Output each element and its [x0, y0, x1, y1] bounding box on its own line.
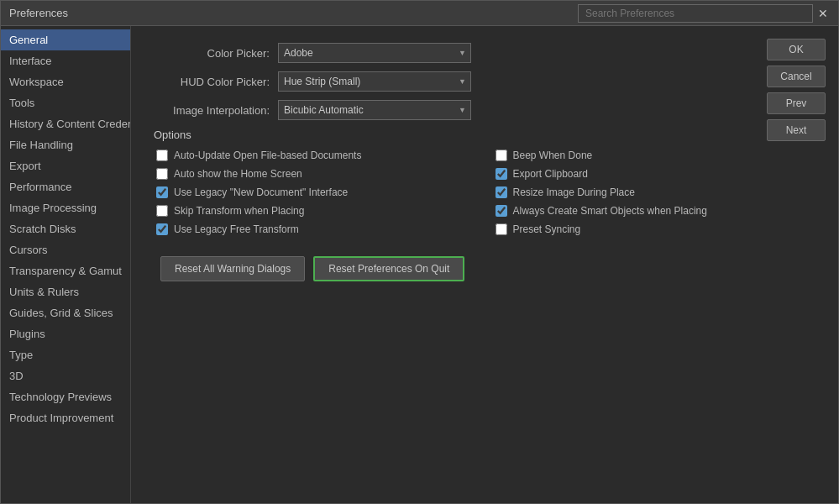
- checkboxes-grid: Auto-Update Open File-based Documents Be…: [152, 150, 817, 235]
- cb-legacy-transform-label: Use Legacy Free Transform: [174, 223, 299, 235]
- search-input[interactable]: [578, 4, 813, 23]
- options-label: Options: [152, 129, 817, 141]
- dialog-body: GeneralInterfaceWorkspaceToolsHistory & …: [1, 26, 838, 503]
- sidebar: GeneralInterfaceWorkspaceToolsHistory & …: [1, 26, 131, 503]
- cb-auto-update[interactable]: [156, 150, 168, 161]
- cb-smart-objects-label: Always Create Smart Objects when Placing: [513, 205, 707, 217]
- reset-prefs-button[interactable]: Reset Preferences On Quit: [313, 256, 464, 281]
- cb-resize-image[interactable]: [496, 186, 507, 198]
- checkbox-row-2: Beep When Done: [496, 150, 818, 161]
- checkbox-row-10: Preset Syncing: [496, 223, 818, 235]
- sidebar-item-general[interactable]: General: [1, 29, 130, 50]
- checkbox-row-4: Export Clipboard: [496, 168, 818, 180]
- cb-home-screen[interactable]: [156, 168, 168, 180]
- reset-warning-button[interactable]: Reset All Warning Dialogs: [160, 256, 305, 281]
- checkbox-row-7: Skip Transform when Placing: [156, 205, 479, 217]
- cb-resize-image-label: Resize Image During Place: [513, 186, 635, 198]
- next-button[interactable]: Next: [767, 119, 826, 141]
- sidebar-item-export[interactable]: Export: [1, 155, 130, 176]
- image-interpolation-select[interactable]: Bicubic Automatic Preserve Details Bicub…: [278, 100, 471, 120]
- hud-color-picker-select-wrapper: Hue Strip (Small) Hue Strip (Medium) Hue…: [278, 71, 471, 92]
- right-buttons: OK Cancel Prev Next: [767, 39, 826, 141]
- search-bar: [578, 1, 813, 26]
- cancel-button[interactable]: Cancel: [767, 66, 826, 87]
- main-content: OK Cancel Prev Next Color Picker: Adobe …: [131, 26, 838, 503]
- sidebar-item-units--rulers[interactable]: Units & Rulers: [1, 281, 130, 302]
- ok-button[interactable]: OK: [767, 39, 826, 60]
- sidebar-item-technology-previews[interactable]: Technology Previews: [1, 386, 130, 407]
- sidebar-item-workspace[interactable]: Workspace: [1, 71, 130, 92]
- cb-export-clipboard[interactable]: [496, 168, 507, 180]
- color-picker-label: Color Picker:: [152, 47, 278, 60]
- cb-beep-label: Beep When Done: [513, 150, 593, 161]
- color-picker-row: Color Picker: Adobe Windows: [152, 43, 817, 63]
- image-interpolation-row: Image Interpolation: Bicubic Automatic P…: [152, 100, 817, 120]
- checkbox-row-1: Auto-Update Open File-based Documents: [156, 150, 479, 161]
- color-picker-select[interactable]: Adobe Windows: [278, 43, 471, 63]
- hud-color-picker-label: HUD Color Picker:: [152, 76, 278, 88]
- cb-preset-syncing-label: Preset Syncing: [513, 223, 581, 235]
- hud-color-picker-select[interactable]: Hue Strip (Small) Hue Strip (Medium) Hue…: [278, 71, 471, 92]
- checkbox-row-9: Use Legacy Free Transform: [156, 223, 479, 235]
- checkbox-row-3: Auto show the Home Screen: [156, 168, 479, 180]
- image-interpolation-label: Image Interpolation:: [152, 104, 278, 117]
- close-button[interactable]: ✕: [816, 7, 830, 20]
- sidebar-item-tools[interactable]: Tools: [1, 92, 130, 113]
- prev-button[interactable]: Prev: [767, 92, 826, 114]
- sidebar-item-scratch-disks[interactable]: Scratch Disks: [1, 218, 130, 239]
- hud-color-picker-row: HUD Color Picker: Hue Strip (Small) Hue …: [152, 71, 817, 92]
- cb-auto-update-label: Auto-Update Open File-based Documents: [174, 150, 361, 161]
- sidebar-item-performance[interactable]: Performance: [1, 176, 130, 197]
- sidebar-item-image-processing[interactable]: Image Processing: [1, 197, 130, 218]
- sidebar-item-transparency--gamut[interactable]: Transparency & Gamut: [1, 260, 130, 281]
- cb-export-clipboard-label: Export Clipboard: [513, 168, 588, 180]
- cb-skip-transform-label: Skip Transform when Placing: [174, 205, 304, 217]
- cb-preset-syncing[interactable]: [496, 223, 507, 235]
- sidebar-item-guides-grid--slices[interactable]: Guides, Grid & Slices: [1, 302, 130, 323]
- image-interpolation-select-wrapper: Bicubic Automatic Preserve Details Bicub…: [278, 100, 471, 120]
- sidebar-item-history--content-credentials[interactable]: History & Content Credentials: [1, 113, 130, 134]
- cb-legacy-new-doc-label: Use Legacy "New Document" Interface: [174, 186, 348, 198]
- cb-home-screen-label: Auto show the Home Screen: [174, 168, 302, 180]
- cb-legacy-new-doc[interactable]: [156, 186, 168, 198]
- checkbox-row-6: Resize Image During Place: [496, 186, 818, 198]
- cb-smart-objects[interactable]: [496, 205, 507, 217]
- checkbox-row-8: Always Create Smart Objects when Placing: [496, 205, 818, 217]
- sidebar-item-type[interactable]: Type: [1, 344, 130, 365]
- sidebar-item-3d[interactable]: 3D: [1, 365, 130, 386]
- preferences-dialog: Preferences ✕ GeneralInterfaceWorkspaceT…: [0, 0, 839, 504]
- sidebar-item-plugins[interactable]: Plugins: [1, 323, 130, 344]
- sidebar-item-cursors[interactable]: Cursors: [1, 239, 130, 260]
- options-section: Options Auto-Update Open File-based Docu…: [152, 129, 817, 235]
- dialog-title: Preferences: [9, 7, 68, 19]
- bottom-buttons: Reset All Warning Dialogs Reset Preferen…: [152, 256, 817, 281]
- sidebar-item-interface[interactable]: Interface: [1, 50, 130, 71]
- sidebar-item-file-handling[interactable]: File Handling: [1, 134, 130, 155]
- cb-skip-transform[interactable]: [156, 205, 168, 217]
- cb-legacy-transform[interactable]: [156, 223, 168, 235]
- cb-beep[interactable]: [496, 150, 507, 161]
- color-picker-select-wrapper: Adobe Windows: [278, 43, 471, 63]
- title-bar: Preferences ✕: [1, 1, 838, 26]
- sidebar-item-product-improvement[interactable]: Product Improvement: [1, 407, 130, 428]
- checkbox-row-5: Use Legacy "New Document" Interface: [156, 186, 479, 198]
